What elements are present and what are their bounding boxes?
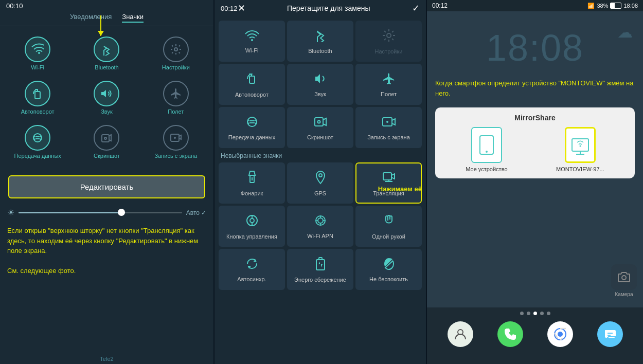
- svg-rect-2: [35, 92, 40, 99]
- icon-tile-bluetooth[interactable]: Bluetooth: [287, 21, 353, 62]
- icon-tile-flight[interactable]: Полет: [355, 64, 422, 105]
- mirrorshare-title: MirrorShare: [441, 114, 629, 122]
- camera-app-label: Камера: [615, 292, 633, 297]
- svg-rect-24: [316, 260, 325, 270]
- flight-symbol2: [382, 72, 396, 89]
- icon-tile-datatransfer[interactable]: Передача данных: [219, 107, 285, 148]
- close-icon[interactable]: ✕: [238, 3, 245, 14]
- sound-label: Звук: [101, 108, 113, 115]
- autorotate-icon: [25, 81, 50, 106]
- icon-tile-screenshot[interactable]: Скриншот: [287, 107, 353, 148]
- icon-data-transfer[interactable]: Передача данных: [4, 121, 71, 163]
- phone-app[interactable]: [497, 321, 523, 347]
- icon-tile-dnd[interactable]: Не беспокоить: [355, 249, 422, 290]
- icon-autorotate[interactable]: Автоповорот: [4, 77, 71, 119]
- panel1-status-bar: 00:10: [0, 0, 213, 11]
- icon-tile-gps[interactable]: GPS: [287, 162, 353, 204]
- tile-one-hand-label: Одной рукой: [372, 233, 405, 240]
- wifi-symbol: [245, 29, 259, 45]
- icon-tile-wifi-apn[interactable]: Wi-Fi APN: [287, 206, 353, 247]
- panel2-status-bar: 00:12 ✕ Перетащите для замены ✓: [215, 0, 426, 16]
- icon-settings[interactable]: Настройки: [142, 32, 209, 75]
- montoview-icon: [565, 127, 596, 163]
- flashlight-symbol: [246, 170, 258, 188]
- icon-wifi[interactable]: Wi-Fi: [4, 32, 71, 75]
- tele2-label: Tele2: [100, 356, 113, 362]
- device-item-mine[interactable]: Мое устройство: [466, 127, 507, 172]
- brightness-slider[interactable]: [19, 212, 182, 213]
- panel1-note: Если открыв "верхнюю шторку" нет кнопки …: [0, 221, 213, 281]
- svg-point-13: [317, 120, 320, 123]
- device-item-montoview[interactable]: MONTOVIEW-97...: [556, 127, 604, 172]
- tile-battery-save-label: Энерго сбережение: [294, 277, 346, 283]
- icon-tile-battery-save[interactable]: Энерго сбережение: [287, 249, 353, 290]
- contacts-app[interactable]: [448, 321, 473, 347]
- panel2-title: Перетащите для замены: [245, 4, 412, 12]
- control-button-symbol: [245, 213, 259, 231]
- wifi-apn-symbol: [314, 214, 327, 231]
- arrow-annotation: [100, 15, 101, 36]
- tab-notifications[interactable]: Уведомления: [70, 13, 112, 23]
- confirm-icon[interactable]: ✓: [412, 3, 420, 14]
- bluetooth-label: Bluetooth: [95, 64, 118, 70]
- svg-point-27: [486, 151, 488, 153]
- panel3-status-bar: 00:12 📶 38% 18:08: [427, 0, 643, 11]
- tile-flashlight-label: Фонарик: [241, 190, 263, 197]
- my-device-label: Мое устройство: [466, 166, 507, 172]
- svg-rect-25: [319, 258, 322, 260]
- svg-rect-19: [383, 173, 391, 180]
- svg-point-21: [250, 219, 254, 223]
- tile-settings-label: Настройки: [375, 48, 403, 55]
- tile-bluetooth-label: Bluetooth: [308, 48, 332, 54]
- icon-tile-control-button[interactable]: Кнопка управления: [219, 206, 285, 247]
- tab-icons[interactable]: Значки: [122, 13, 144, 23]
- icon-bluetooth[interactable]: Bluetooth: [73, 32, 140, 75]
- tile-control-label: Кнопка управления: [226, 233, 277, 240]
- svg-point-8: [251, 39, 253, 41]
- screenshot-symbol2: [314, 115, 327, 132]
- icon-tile-wifi[interactable]: Wi-Fi: [219, 21, 285, 62]
- svg-rect-12: [315, 118, 323, 126]
- camera-app-icon[interactable]: [611, 264, 637, 290]
- icon-sound[interactable]: Звук: [73, 77, 140, 119]
- svg-point-34: [558, 332, 563, 337]
- panel2-edit-icons: 00:12 ✕ Перетащите для замены ✓ Wi-Fi: [213, 0, 427, 364]
- sound-symbol2: [314, 72, 327, 89]
- tile-wifi-apn-label: Wi-Fi APN: [307, 233, 333, 240]
- camera-area: Камера: [611, 264, 637, 297]
- settings-symbol: [382, 28, 396, 46]
- svg-point-3: [33, 134, 42, 142]
- icon-tile-screenrecord[interactable]: Запись с экрана: [355, 107, 422, 148]
- svg-point-7: [174, 137, 176, 139]
- edit-button[interactable]: Редактировать: [8, 175, 205, 198]
- icon-tile-autosync[interactable]: Автосинхр.: [219, 249, 285, 290]
- arrow-down-icon: [100, 15, 101, 36]
- messages-app[interactable]: [597, 321, 623, 347]
- tile-screenrecord-label: Запись с экрана: [367, 134, 410, 141]
- icon-tile-sound[interactable]: Звук: [287, 64, 353, 105]
- svg-point-5: [104, 137, 106, 139]
- wifi-label: Wi-Fi: [31, 64, 44, 70]
- flight-icon: [163, 81, 189, 106]
- icon-tile-broadcast[interactable]: Трансляция: [355, 162, 422, 204]
- icon-screen-record[interactable]: Запись с экрана: [142, 121, 209, 163]
- dots-row: [520, 307, 550, 319]
- icon-tile-autorotate[interactable]: Автоповорот: [219, 64, 285, 105]
- tile-autosync-label: Автосинхр.: [237, 276, 266, 283]
- icon-tile-flashlight[interactable]: Фонарик: [219, 162, 285, 204]
- panel2-icons-top: Wi-Fi Bluetooth Настройки: [215, 16, 426, 150]
- clock-display: 18:08: [427, 11, 643, 69]
- chrome-app[interactable]: [547, 321, 573, 347]
- mirrorshare-devices: Мое устройство MONTOVIEW-97...: [441, 127, 629, 172]
- icon-tile-one-hand[interactable]: Одной рукой: [355, 206, 422, 247]
- icon-tile-settings[interactable]: Настройки: [355, 21, 422, 62]
- icon-screenshot[interactable]: Скриншот: [73, 121, 140, 163]
- svg-point-15: [386, 121, 388, 123]
- icon-flight[interactable]: Полет: [142, 77, 209, 119]
- dnd-symbol: [382, 257, 396, 274]
- svg-point-0: [38, 52, 40, 54]
- edit-button-container: Редактировать: [0, 171, 213, 203]
- tile-datatransfer-label: Передача данных: [228, 134, 275, 141]
- press-annotation: Нажимаем её: [378, 185, 422, 193]
- my-device-icon: [471, 127, 502, 163]
